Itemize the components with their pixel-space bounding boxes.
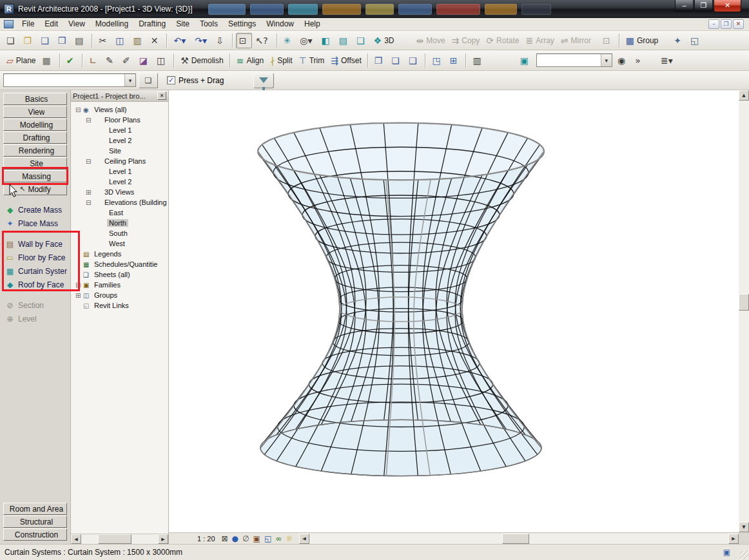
place-mass-button[interactable]: ✦ Place Mass — [3, 217, 67, 230]
tree-west[interactable]: West — [71, 238, 168, 249]
rotate-button[interactable]: ⟳ Rotate — [483, 33, 522, 48]
designbar-tab-structural[interactable]: Structural — [3, 516, 67, 528]
type-selector-combobox[interactable] — [3, 73, 136, 87]
paint-icon[interactable]: ◪ — [136, 53, 153, 68]
designbar-tab-modelling[interactable]: Modelling — [3, 119, 67, 131]
menu-window[interactable]: Window — [261, 18, 299, 30]
detail-level-icon[interactable]: ⊠ — [222, 534, 228, 543]
menu-view[interactable]: View — [63, 18, 90, 30]
tree-families[interactable]: ⊞ ▣ Families — [71, 280, 168, 290]
phase-combobox[interactable] — [536, 53, 612, 67]
project-browser-header[interactable]: Project1 - Project bro... — [71, 90, 168, 102]
menu-edit[interactable]: Edit — [39, 18, 63, 30]
tree-east[interactable]: East — [71, 208, 168, 218]
designbar-tab-rendering[interactable]: Rendering — [3, 144, 67, 157]
grid-icon[interactable]: ▦ — [39, 53, 56, 68]
cut-icon[interactable]: ✂ — [95, 33, 112, 48]
copy-icon[interactable]: ◫ — [112, 33, 130, 48]
match-type-icon[interactable]: ✎ — [102, 53, 119, 68]
reveal-hidden-icon[interactable]: ☼ — [286, 534, 293, 543]
group-button[interactable]: ▦ Group — [623, 33, 662, 48]
copy-element-button[interactable]: ⇉ Copy — [449, 33, 483, 48]
work-plane-button[interactable]: ▱ Plane — [3, 53, 39, 68]
scroll-right-button[interactable] — [728, 534, 739, 544]
paste-icon[interactable]: ▥ — [130, 33, 147, 48]
tree-expander-icon[interactable]: ⊟ — [86, 117, 93, 124]
design-options-icon[interactable]: ▥ — [469, 53, 487, 68]
mdi-restore-button[interactable]: ❐ — [721, 19, 732, 29]
close-button[interactable]: ✕ — [714, 0, 741, 12]
paste-special-icon[interactable]: ❑ — [405, 53, 423, 68]
scrollbar-thumb[interactable] — [98, 534, 131, 544]
designbar-tab-view[interactable]: View — [3, 106, 67, 118]
print-icon[interactable]: ▤ — [72, 33, 89, 48]
dynamically-modify-view-icon[interactable]: ⊡ — [236, 33, 253, 48]
tree-floor-level-2[interactable]: Level 2 — [71, 135, 168, 146]
tree-sheets[interactable]: ❑ Sheets (all) — [71, 269, 168, 280]
context-help-icon[interactable]: ↖? — [252, 33, 273, 48]
tree-floor-plans[interactable]: ⊟ Floor Plans — [71, 115, 168, 125]
offset-button[interactable]: ⇶ Offset — [327, 53, 365, 68]
orbit-icon[interactable]: ✳ — [280, 33, 297, 48]
scale-button[interactable]: 1 : 20 — [169, 535, 222, 543]
minimize-button[interactable]: – — [675, 0, 694, 12]
spelling-icon[interactable]: ✔ — [63, 53, 80, 68]
zoom-icon[interactable]: ◎▾ — [297, 33, 318, 48]
save-icon[interactable]: ❑ — [37, 33, 55, 48]
split-face-icon[interactable]: ◫ — [153, 53, 171, 68]
split-button[interactable]: ∤ Split — [267, 53, 295, 68]
document-icon[interactable] — [4, 20, 14, 28]
undo-icon[interactable]: ↶▾ — [170, 33, 191, 48]
demolish-button[interactable]: ⚒ Demolish — [177, 53, 227, 68]
default-3d-view-button[interactable]: ❖ 3D — [371, 33, 398, 48]
section-button[interactable]: ⊘ Section — [3, 298, 67, 312]
scroll-left-button[interactable] — [71, 534, 81, 544]
set-plane-icon[interactable]: ⊞ — [447, 53, 463, 68]
drawing-area[interactable] — [169, 90, 739, 532]
browser-horizontal-scrollbar[interactable] — [71, 534, 168, 544]
resize-grip[interactable] — [740, 551, 748, 559]
array-button[interactable]: ≣ Array — [522, 33, 557, 48]
tree-expander-icon[interactable]: ⊟ — [86, 199, 93, 206]
menu-file[interactable]: File — [17, 18, 39, 30]
shading-icon[interactable]: ◧ — [318, 33, 336, 48]
designbar-tab-drafting[interactable]: Drafting — [3, 131, 67, 144]
menu-help[interactable]: Help — [299, 18, 326, 30]
tree-views-all[interactable]: ⊟ ◉ Views (all) — [71, 104, 168, 115]
tree-north[interactable]: North — [71, 218, 168, 228]
tree-south[interactable]: South — [71, 228, 168, 238]
menu-modelling[interactable]: Modelling — [90, 18, 133, 30]
shadows-icon[interactable]: ∅ — [242, 534, 249, 543]
copy-to-clipboard-icon[interactable]: ❐ — [371, 53, 389, 68]
camera-icon[interactable]: ◉ — [614, 53, 631, 68]
scrollbar-track[interactable] — [309, 534, 728, 544]
tree-expander-icon[interactable]: ⊞ — [86, 189, 93, 196]
overflow-chevron-icon[interactable]: » — [631, 53, 647, 68]
press-drag-checkbox[interactable] — [167, 76, 175, 84]
trim-button[interactable]: ⊤ Trim — [295, 53, 327, 68]
save-all-icon[interactable]: ❒ — [55, 33, 72, 48]
scrollbar-thumb[interactable] — [502, 534, 529, 544]
move-button[interactable]: ⇹ Move — [413, 33, 449, 48]
crop-region-icon[interactable]: ▣ — [253, 534, 260, 543]
scroll-right-button[interactable] — [158, 534, 168, 544]
tree-ceiling-level-2[interactable]: Level 2 — [71, 177, 168, 187]
chevron-down-icon[interactable] — [124, 74, 135, 86]
tree-3d-views[interactable]: ⊞ 3D Views — [71, 187, 168, 197]
vertical-scrollbar[interactable] — [739, 90, 749, 532]
scroll-down-button[interactable] — [739, 522, 749, 532]
tree-floor-level-1[interactable]: Level 1 — [71, 125, 168, 135]
show-crop-icon[interactable]: ◱ — [264, 534, 271, 543]
tree-site[interactable]: Site — [71, 146, 168, 156]
pick-plane-icon[interactable]: ◳ — [429, 53, 446, 68]
element-properties-button[interactable]: ❏ — [139, 73, 158, 88]
designbar-tab-room-and-area[interactable]: Room and Area — [3, 503, 67, 515]
horizontal-scrollbar[interactable] — [299, 534, 739, 544]
delete-icon[interactable]: ✕ — [148, 33, 164, 48]
redo-icon[interactable]: ↷▾ — [191, 33, 213, 48]
model-graphics-style-icon[interactable]: ● — [232, 534, 238, 543]
scroll-left-button[interactable] — [299, 534, 309, 544]
download-standards-icon[interactable]: ⇩ — [213, 33, 229, 48]
scroll-up-button[interactable] — [739, 90, 749, 101]
tree-schedules[interactable]: ▦ Schedules/Quantitie — [71, 259, 168, 269]
